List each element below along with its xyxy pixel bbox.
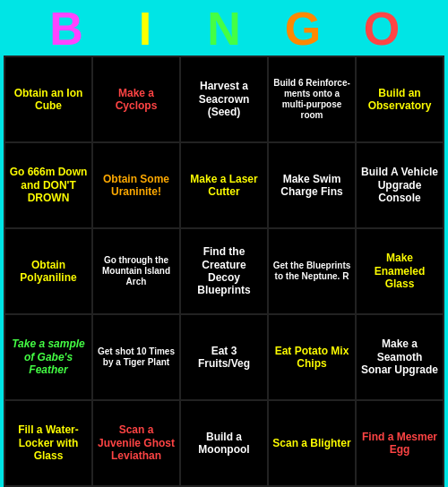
cell-text-21: Scan a Juvenile Ghost Leviathan: [97, 423, 176, 462]
bingo-cell-6: Obtain Some Uraninite!: [93, 143, 179, 227]
bingo-cell-12: Find the Creature Decoy Blueprints: [181, 229, 267, 313]
bingo-cell-18: Eat Potato Mix Chips: [269, 315, 355, 399]
bingo-cell-13: Get the Blueprints to the Neptune. R: [269, 229, 355, 313]
cell-text-4: Build an Observatory: [360, 87, 439, 113]
cell-text-22: Build a Moonpool: [185, 431, 263, 457]
bingo-cell-14: Make Enameled Glass: [357, 229, 443, 313]
cell-text-6: Obtain Some Uraninite!: [97, 173, 176, 199]
bingo-letter-G: G: [263, 5, 342, 52]
cell-text-16: Get shot 10 Times by a Tiger Plant: [97, 346, 176, 368]
bingo-cell-9: Build A Vehicle Upgrade Console: [357, 143, 443, 227]
bingo-cell-24: Find a Mesmer Egg: [357, 401, 443, 485]
cell-text-11: Go through the Mountain Island Arch: [97, 255, 176, 287]
bingo-cell-15: Take a sample of Gabe's Feather: [5, 315, 91, 399]
bingo-cell-5: Go 666m Down and DON'T DROWN: [5, 143, 91, 227]
bingo-cell-10: Obtain Polyaniline: [5, 229, 91, 313]
cell-text-9: Build A Vehicle Upgrade Console: [360, 166, 439, 204]
cell-text-12: Find the Creature Decoy Blueprints: [185, 245, 263, 297]
cell-text-2: Harvest a Seacrown (Seed): [185, 80, 263, 118]
cell-text-3: Build 6 Reinforce-ments onto a multi-pur…: [272, 78, 351, 121]
bingo-letter-B: B: [27, 5, 106, 52]
bingo-cell-17: Eat 3 Fruits/Veg: [181, 315, 267, 399]
cell-text-24: Find a Mesmer Egg: [360, 431, 439, 457]
cell-text-13: Get the Blueprints to the Neptune. R: [272, 261, 351, 282]
bingo-cell-21: Scan a Juvenile Ghost Leviathan: [93, 401, 179, 485]
bingo-cell-7: Make a Laser Cutter: [181, 143, 267, 227]
bingo-cell-22: Build a Moonpool: [181, 401, 267, 485]
bingo-letter-O: O: [342, 5, 421, 52]
cell-text-8: Make Swim Charge Fins: [272, 173, 351, 199]
cell-text-7: Make a Laser Cutter: [185, 173, 263, 199]
cell-text-5: Go 666m Down and DON'T DROWN: [9, 166, 88, 204]
bingo-cell-23: Scan a Blighter: [269, 401, 355, 485]
bingo-cell-3: Build 6 Reinforce-ments onto a multi-pur…: [269, 57, 355, 141]
cell-text-19: Make a Seamoth Sonar Upgrade: [360, 337, 439, 376]
bingo-cell-11: Go through the Mountain Island Arch: [93, 229, 179, 313]
bingo-cell-0: Obtain an Ion Cube: [5, 57, 91, 141]
cell-text-23: Scan a Blighter: [272, 437, 350, 449]
cell-text-14: Make Enameled Glass: [360, 252, 439, 290]
cell-text-20: Fill a Water-Locker with Glass: [9, 423, 88, 462]
bingo-cell-19: Make a Seamoth Sonar Upgrade: [357, 315, 443, 399]
bingo-letter-I: I: [106, 5, 185, 52]
bingo-cell-4: Build an Observatory: [357, 57, 443, 141]
cell-text-10: Obtain Polyaniline: [9, 259, 88, 285]
cell-text-0: Obtain an Ion Cube: [9, 87, 88, 113]
bingo-cell-20: Fill a Water-Locker with Glass: [5, 401, 91, 485]
cell-text-17: Eat 3 Fruits/Veg: [185, 345, 263, 371]
bingo-cell-2: Harvest a Seacrown (Seed): [181, 57, 267, 141]
cell-text-18: Eat Potato Mix Chips: [272, 345, 351, 371]
bingo-grid: Obtain an Ion CubeMake a CyclopsHarvest …: [4, 56, 444, 487]
bingo-header: BINGO: [0, 0, 448, 56]
bingo-letter-N: N: [185, 5, 263, 52]
cell-text-15: Take a sample of Gabe's Feather: [9, 337, 88, 376]
bingo-cell-1: Make a Cyclops: [93, 57, 179, 141]
bingo-cell-16: Get shot 10 Times by a Tiger Plant: [93, 315, 179, 399]
bingo-cell-8: Make Swim Charge Fins: [269, 143, 355, 227]
cell-text-1: Make a Cyclops: [97, 87, 176, 113]
